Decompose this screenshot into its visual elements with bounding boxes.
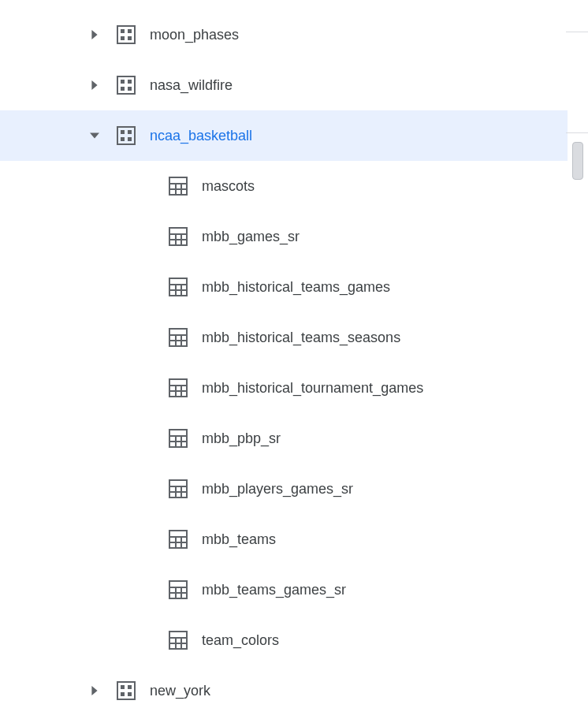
table-icon — [162, 473, 194, 505]
table-label: mbb_historical_tournament_games — [202, 380, 423, 397]
table-label: mbb_teams_games_sr — [202, 582, 346, 598]
expand-arrow-icon[interactable] — [79, 19, 110, 50]
expand-arrow-icon[interactable] — [79, 69, 110, 101]
dataset-row-nasa-wildfire[interactable]: nasa_wildfire — [0, 60, 568, 110]
table-icon — [162, 624, 194, 656]
table-row-mbb-teams[interactable]: mbb_teams — [0, 514, 568, 565]
table-row-mbb-historical-tournament-games[interactable]: mbb_historical_tournament_games — [0, 363, 568, 413]
table-row-mbb-players-games-sr[interactable]: mbb_players_games_sr — [0, 464, 568, 514]
collapse-arrow-icon[interactable] — [79, 120, 110, 151]
table-label: mbb_historical_teams_games — [202, 279, 390, 296]
table-icon — [162, 524, 194, 555]
table-row-mbb-historical-teams-games[interactable]: mbb_historical_teams_games — [0, 262, 568, 312]
table-icon — [162, 423, 194, 454]
dataset-label: moon_phases — [150, 27, 239, 43]
expand-arrow-icon[interactable] — [79, 675, 110, 706]
table-label: mascots — [202, 178, 255, 195]
scrollbar-thumb[interactable] — [572, 142, 583, 180]
table-row-team-colors[interactable]: team_colors — [0, 615, 568, 665]
dataset-label: ncaa_basketball — [150, 128, 252, 144]
table-label: team_colors — [202, 632, 279, 649]
dataset-icon — [110, 675, 142, 706]
dataset-icon — [110, 69, 142, 101]
divider — [566, 132, 588, 133]
scrollbar-track[interactable] — [572, 0, 583, 708]
table-icon — [162, 574, 194, 606]
table-label: mbb_pbp_sr — [202, 430, 281, 447]
table-row-mascots[interactable]: mascots — [0, 161, 568, 211]
table-icon — [162, 271, 194, 303]
table-label: mbb_players_games_sr — [202, 481, 353, 497]
table-label: mbb_teams — [202, 531, 276, 548]
dataset-tree-panel: moon_phases nasa_wildfire ncaa_basketbal… — [0, 0, 568, 708]
table-icon — [162, 170, 194, 202]
table-icon — [162, 221, 194, 252]
dataset-row-moon-phases[interactable]: moon_phases — [0, 9, 568, 60]
divider — [566, 32, 588, 32]
dataset-label: nasa_wildfire — [150, 77, 233, 94]
table-row-mbb-historical-teams-seasons[interactable]: mbb_historical_teams_seasons — [0, 312, 568, 363]
dataset-row-ncaa-basketball[interactable]: ncaa_basketball — [0, 110, 568, 161]
dataset-icon — [110, 19, 142, 50]
dataset-row-new-york[interactable]: new_york — [0, 665, 568, 708]
table-row-mbb-teams-games-sr[interactable]: mbb_teams_games_sr — [0, 565, 568, 615]
dataset-icon — [110, 120, 142, 151]
dataset-label: new_york — [150, 683, 210, 699]
table-row-mbb-games-sr[interactable]: mbb_games_sr — [0, 211, 568, 262]
table-icon — [162, 322, 194, 353]
table-icon — [162, 372, 194, 404]
table-row-mbb-pbp-sr[interactable]: mbb_pbp_sr — [0, 413, 568, 464]
table-label: mbb_historical_teams_seasons — [202, 330, 400, 346]
table-label: mbb_games_sr — [202, 229, 300, 245]
